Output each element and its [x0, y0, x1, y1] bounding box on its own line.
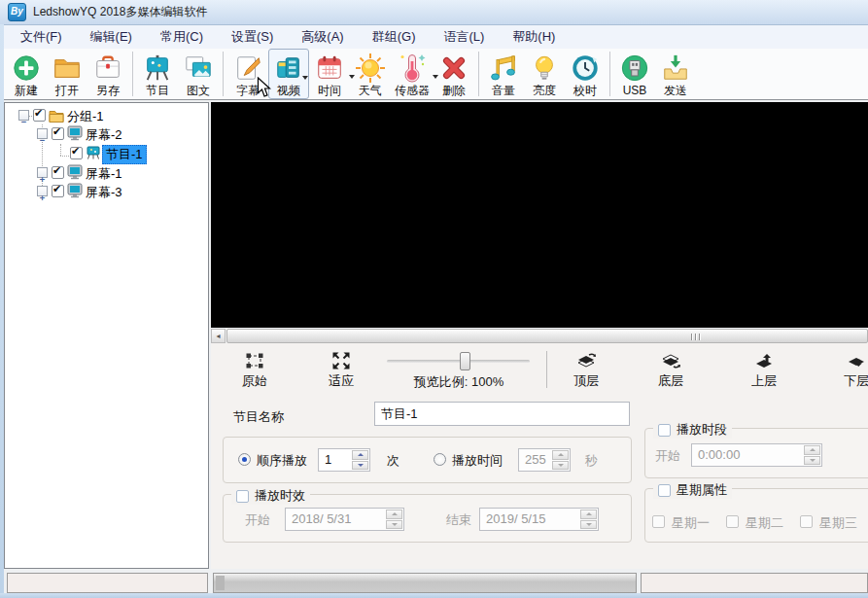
sequence-play-radio[interactable]	[238, 453, 251, 466]
expand-expander-icon[interactable]	[37, 167, 48, 178]
times-unit-label: 次	[387, 452, 399, 470]
play-validity-checkbox[interactable]	[236, 490, 249, 503]
tuesday-label: 星期二	[746, 514, 783, 532]
play-period-groupbox: 播放时段 开始 0:00:00	[644, 428, 868, 478]
usb-button[interactable]: USB	[614, 49, 655, 99]
save-as-button[interactable]: 另存	[87, 49, 128, 99]
zoom-ratio-label: 预览比例: 100%	[381, 373, 537, 391]
tree-checkbox[interactable]	[33, 109, 46, 122]
volume-button[interactable]: 音量	[483, 49, 524, 99]
red-x-icon	[439, 51, 469, 85]
collapse-expander-icon[interactable]	[18, 110, 29, 121]
period-start-time-spinner: 0:00:00	[691, 443, 822, 467]
tree-item-program1[interactable]: 节目-1	[5, 145, 210, 162]
tree-item-screen1[interactable]: 屏幕-1	[5, 164, 210, 182]
briefcase-icon	[93, 51, 122, 85]
zoom-slider-thumb[interactable]	[460, 352, 470, 370]
image-text-button[interactable]: 图文	[178, 49, 219, 99]
spin-up-icon	[386, 510, 402, 519]
music-notes-icon	[489, 51, 518, 85]
easel-icon	[143, 51, 172, 85]
menu-item-group[interactable]: 群组(G)	[361, 24, 428, 50]
toolbar-separator	[478, 52, 479, 96]
validity-end-date-spinner: 2019/ 5/15	[479, 508, 599, 531]
sequence-count-spinner[interactable]: 1	[318, 448, 370, 472]
program-controls-panel: 原始 适应 预览比例: 100% 顶层 底层	[211, 343, 868, 569]
menu-item-language[interactable]: 语言(L)	[432, 24, 496, 50]
menu-item-edit[interactable]: 编辑(E)	[79, 24, 144, 50]
move-down-layer-button[interactable]: 下层	[826, 348, 868, 393]
toolbar-separator	[546, 351, 547, 388]
collapse-expander-icon[interactable]	[37, 128, 48, 139]
validity-start-date-spinner: 2018/ 5/31	[285, 508, 404, 531]
spin-up-icon[interactable]	[352, 450, 368, 460]
fit-button[interactable]: 适应	[311, 348, 371, 393]
video-button[interactable]: 视频	[268, 49, 309, 99]
easel-icon	[86, 145, 101, 160]
tree-item-screen2[interactable]: 屏幕-2	[5, 125, 210, 143]
validity-end-label: 结束	[446, 511, 471, 529]
bring-to-top-button[interactable]: 顶层	[556, 348, 616, 393]
play-mode-groupbox: 顺序播放 1 次 播放时间 255 秒	[223, 437, 632, 483]
tree-checkbox[interactable]	[52, 127, 64, 140]
delete-button[interactable]: 删除	[434, 49, 474, 99]
toolbar-separator	[223, 52, 224, 96]
program-button[interactable]: 节目	[137, 49, 178, 99]
layer-top-icon	[575, 348, 597, 373]
time-button[interactable]: 时间	[309, 49, 350, 99]
preview-canvas[interactable]	[211, 102, 868, 328]
clock-sync-icon	[571, 51, 600, 85]
window-title: LedshowYQ 2018多媒体编辑软件	[33, 4, 207, 20]
move-up-layer-button[interactable]: 上层	[734, 348, 794, 393]
layer-bottom-icon	[660, 348, 681, 373]
zoom-slider-track[interactable]	[387, 360, 530, 363]
tree-checkbox[interactable]	[70, 147, 83, 159]
sensor-button[interactable]: 传感器	[391, 49, 434, 99]
play-validity-groupbox: 播放时效 开始 2018/ 5/31 结束 2019/ 5/15	[223, 494, 632, 543]
dropdown-arrow-icon[interactable]	[302, 76, 308, 80]
thermometer-icon	[397, 51, 428, 85]
spin-down-icon	[386, 520, 402, 530]
tree-item-group1[interactable]: 分组-1	[5, 107, 210, 124]
open-button[interactable]: 打开	[47, 49, 87, 99]
pictures-icon	[184, 51, 213, 85]
menu-bar: 文件(F) 编辑(E) 常用(C) 设置(S) 高级(A) 群组(G) 语言(L…	[4, 25, 868, 49]
menu-item-help[interactable]: 帮助(H)	[501, 24, 567, 50]
tree-checkbox[interactable]	[52, 185, 64, 197]
brightness-button[interactable]: 亮度	[524, 49, 565, 99]
tree-item-screen3[interactable]: 屏幕-3	[5, 183, 210, 200]
spin-down-icon[interactable]	[352, 461, 368, 471]
menu-item-settings[interactable]: 设置(S)	[220, 24, 285, 50]
menu-item-common[interactable]: 常用(C)	[149, 24, 215, 50]
folder-icon	[52, 51, 82, 85]
spin-down-icon	[580, 520, 597, 530]
play-period-title: 播放时段	[677, 421, 727, 439]
expand-expander-icon[interactable]	[37, 186, 48, 196]
title-bar: By LedshowYQ 2018多媒体编辑软件	[0, 0, 868, 25]
spin-up-icon	[580, 510, 597, 519]
usb-plug-icon	[620, 51, 649, 85]
send-to-bottom-button[interactable]: 底层	[641, 348, 701, 393]
menu-item-file[interactable]: 文件(F)	[9, 24, 74, 50]
preview-horizontal-scrollbar[interactable]: ◂	[211, 329, 868, 343]
time-sync-button[interactable]: 校时	[565, 49, 606, 99]
original-size-button[interactable]: 原始	[225, 348, 285, 393]
window-border	[0, 593, 868, 598]
play-period-checkbox[interactable]	[658, 424, 671, 437]
menu-item-advanced[interactable]: 高级(A)	[290, 24, 355, 50]
scroll-left-arrow-icon[interactable]: ◂	[211, 329, 226, 343]
folder-icon	[49, 108, 64, 123]
monday-label: 星期一	[672, 514, 710, 532]
tree-checkbox[interactable]	[52, 166, 64, 179]
app-logo-icon: By	[8, 3, 26, 21]
film-reels-icon	[274, 51, 303, 85]
program-name-input[interactable]	[374, 402, 630, 426]
play-duration-radio[interactable]	[434, 453, 446, 466]
wednesday-checkbox	[800, 515, 813, 528]
send-button[interactable]: 发送	[655, 49, 696, 99]
weather-button[interactable]: 天气	[350, 49, 391, 99]
new-button[interactable]: 新建	[6, 49, 47, 99]
week-attribute-checkbox[interactable]	[658, 484, 671, 497]
scrollbar-thumb[interactable]	[226, 329, 868, 343]
selection-corners-icon	[245, 348, 264, 373]
